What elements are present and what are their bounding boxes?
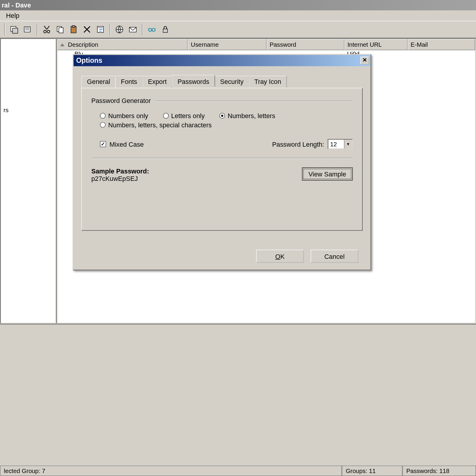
cut-icon[interactable] [41,24,53,36]
toolbar [0,21,476,38]
lock-icon[interactable] [159,24,171,36]
length-label: Password Length: [272,140,324,148]
cancel-button[interactable]: Cancel [311,250,358,263]
status-bar: lected Group: 7 Groups: 11 Passwords: 11… [0,466,476,476]
svg-rect-8 [59,28,63,33]
status-passwords: Passwords: 118 [403,466,476,476]
ok-button[interactable]: OK [256,250,304,263]
toolbar-btn-2[interactable] [22,24,34,36]
tab-strip: General Fonts Export Passwords Security … [81,76,362,88]
svg-point-5 [44,30,46,33]
list-header: Description Username Password Internet U… [57,39,475,50]
radio-numbers-only[interactable]: Numbers only [100,112,148,120]
globe-icon[interactable] [113,24,126,36]
dialog-title-bar[interactable]: Options ✕ [73,55,370,66]
paste-icon[interactable] [68,24,80,36]
tab-general[interactable]: General [81,76,115,88]
radio-letters-only[interactable]: Letters only [163,112,205,120]
check-mixed-case[interactable]: Mixed Case [100,140,144,148]
tree-panel[interactable]: rs [0,38,56,324]
tree-item[interactable]: rs [4,107,53,113]
view-sample-button[interactable]: View Sample [302,167,353,181]
copy-icon[interactable] [54,24,66,36]
col-email[interactable]: E-Mail [408,39,475,50]
toolbar-separator [37,24,38,36]
col-username[interactable]: Username [188,39,267,50]
menu-bar: Help [0,10,476,21]
options-dialog: Options ✕ General Fonts Export Passwords… [73,54,371,270]
radio-icon [100,113,106,119]
radio-icon [163,113,169,119]
svg-point-12 [98,27,99,28]
separator-line [155,101,353,101]
length-input[interactable] [328,140,344,148]
delete-icon[interactable] [81,24,93,36]
toolbar-separator [142,24,143,36]
radio-numbers-letters[interactable]: Numbers, letters [220,112,275,120]
radio-icon [220,113,225,119]
radio-numbers-letters-special[interactable]: Numbers, letters, special characters [100,121,212,129]
tab-page-passwords: Password Generator Numbers only Letters … [81,88,362,231]
tab-passwords[interactable]: Passwords [172,75,215,87]
mail-icon[interactable] [127,24,139,36]
svg-point-15 [149,28,152,31]
detail-panel [0,324,476,414]
close-icon[interactable]: ✕ [361,57,369,65]
chevron-down-icon[interactable]: ▼ [344,140,352,148]
svg-rect-3 [25,28,29,29]
svg-point-6 [47,30,50,33]
menu-help[interactable]: Help [3,11,23,20]
radio-icon [100,122,106,128]
sample-password-value: p27cKuwEpSEJ [91,175,149,182]
glasses-icon[interactable] [146,24,158,36]
app-title: ral - Dave [2,1,31,9]
toolbar-btn-1[interactable] [8,24,21,36]
tab-tray[interactable]: Tray Icon [249,76,287,88]
properties-icon[interactable] [94,24,107,36]
status-selected: lected Group: 7 [0,466,342,476]
svg-rect-1 [12,28,18,33]
tab-fonts[interactable]: Fonts [115,76,143,88]
sample-password-label: Sample Password: [91,167,149,175]
length-combo[interactable]: ▼ [328,139,353,149]
tab-security[interactable]: Security [214,76,249,88]
svg-rect-4 [25,29,29,30]
col-password[interactable]: Password [267,39,345,50]
tab-export[interactable]: Export [142,76,172,88]
dialog-title: Options [76,55,102,66]
toolbar-separator [4,24,5,36]
svg-rect-10 [72,26,75,27]
generator-label: Password Generator [91,97,151,104]
status-groups: Groups: 11 [342,466,403,476]
app-title-bar: ral - Dave [0,0,476,10]
svg-point-16 [152,28,155,31]
svg-rect-17 [163,29,167,32]
toolbar-separator [109,24,110,36]
checkbox-icon [100,141,106,147]
separator-line [91,158,353,159]
col-description[interactable]: Description [57,39,188,50]
sort-ascending-icon [60,43,65,46]
col-url[interactable]: Internet URL [345,39,408,50]
